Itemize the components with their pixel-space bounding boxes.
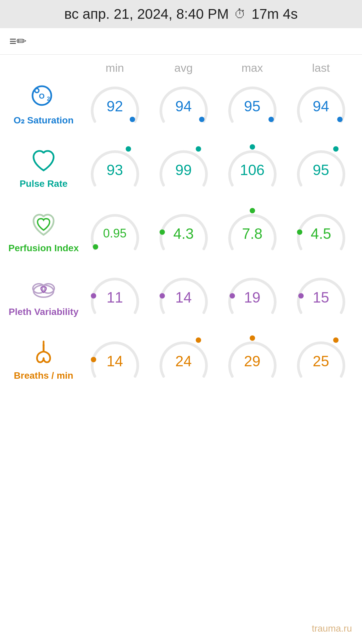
breaths-avg-gauge: 24 — [149, 333, 218, 386]
pulse-label: Pulse Rate — [7, 148, 80, 189]
o2-name: O₂ Saturation — [13, 115, 73, 126]
pulse-max-dot — [250, 144, 255, 150]
breaths-avg-value: 24 — [175, 353, 192, 370]
o2-last-value: 94 — [313, 98, 329, 115]
svg-point-3 — [35, 89, 39, 93]
svg-text:O: O — [39, 92, 45, 100]
header: вс апр. 21, 2024, 8:40 PM ⏱ 17m 4s — [0, 0, 362, 28]
perfusion-max-gauge: 7.8 — [218, 205, 287, 259]
breaths-last-value: 25 — [313, 353, 329, 370]
watermark: trauma.ru — [312, 623, 352, 634]
pulse-avg-dot — [196, 146, 201, 152]
header-datetime: вс апр. 21, 2024, 8:40 PM — [64, 6, 229, 22]
metric-row-pulse: Pulse Rate 93 99 — [3, 142, 359, 195]
pleth-name: Pleth Variability — [9, 307, 79, 317]
metric-row-pleth: Pleth Variability 11 14 — [3, 269, 359, 323]
pleth-label: Pleth Variability — [7, 274, 80, 317]
lungs-icon — [29, 338, 58, 368]
pulse-min-dot — [126, 146, 131, 152]
breaths-min-value: 14 — [107, 353, 123, 370]
breaths-max-value: 29 — [244, 353, 260, 370]
breaths-min-dot — [91, 357, 96, 362]
pulse-max-gauge: 106 — [218, 142, 287, 195]
edit-list-icon[interactable]: ≡✏ — [9, 34, 26, 48]
breaths-label: Breaths / min — [7, 338, 80, 381]
pleth-max-dot — [230, 293, 235, 299]
col-avg: avg — [149, 61, 218, 74]
o2-min-gauge: 92 — [80, 78, 149, 131]
pleth-avg-gauge: 14 — [149, 269, 218, 323]
pulse-last-dot — [333, 146, 339, 152]
perfusion-avg-value: 4.3 — [173, 225, 194, 242]
pulse-last-value: 95 — [313, 162, 329, 178]
pleth-min-dot — [91, 293, 96, 299]
o2-label: O 2 O₂ Saturation — [7, 84, 80, 126]
pleth-avg-dot — [160, 293, 165, 299]
pulse-min-value: 93 — [107, 162, 123, 178]
pulse-avg-value: 99 — [175, 162, 192, 178]
col-min: min — [80, 61, 149, 74]
o2-avg-dot — [199, 117, 204, 122]
perfusion-avg-dot — [160, 229, 165, 235]
o2-avg-value: 94 — [175, 98, 192, 115]
breaths-last-gauge: 25 — [287, 333, 355, 386]
metric-row-breaths: Breaths / min 14 24 — [3, 333, 359, 386]
pleth-avg-value: 14 — [175, 289, 192, 306]
breaths-last-dot — [333, 337, 339, 343]
perfusion-min-value: 0.95 — [103, 226, 126, 240]
perfusion-icon — [29, 211, 58, 240]
perfusion-max-dot — [250, 208, 255, 213]
pleth-icon — [29, 274, 58, 304]
perfusion-last-value: 4.5 — [311, 225, 331, 242]
pleth-min-gauge: 11 — [80, 269, 149, 323]
perfusion-max-value: 7.8 — [242, 225, 262, 242]
pulse-max-value: 106 — [240, 162, 264, 178]
pleth-max-gauge: 19 — [218, 269, 287, 323]
perfusion-min-gauge: 0.95 — [80, 205, 149, 259]
header-duration: 17m 4s — [251, 6, 298, 22]
col-last: last — [287, 61, 355, 74]
metric-row-perfusion: Perfusion Index 0.95 4.3 — [3, 205, 359, 259]
o2-max-value: 95 — [244, 98, 260, 115]
pulse-last-gauge: 95 — [287, 142, 355, 195]
pleth-last-gauge: 15 — [287, 269, 355, 323]
breaths-avg-dot — [196, 337, 201, 343]
breaths-max-dot — [250, 335, 255, 341]
pulse-name: Pulse Rate — [19, 178, 67, 189]
o2-max-dot — [268, 117, 274, 122]
pleth-max-value: 19 — [244, 289, 260, 306]
breaths-name: Breaths / min — [14, 370, 73, 381]
perfusion-last-dot — [297, 229, 302, 235]
breaths-min-gauge: 14 — [80, 333, 149, 386]
breaths-max-gauge: 29 — [218, 333, 287, 386]
clock-icon: ⏱ — [234, 7, 246, 21]
perfusion-avg-gauge: 4.3 — [149, 205, 218, 259]
pleth-last-dot — [298, 293, 304, 299]
toolbar: ≡✏ — [0, 28, 362, 55]
pleth-min-value: 11 — [107, 289, 123, 306]
o2-max-gauge: 95 — [218, 78, 287, 131]
svg-text:2: 2 — [47, 96, 50, 102]
perfusion-last-gauge: 4.5 — [287, 205, 355, 259]
perfusion-min-dot — [93, 244, 98, 250]
pulse-min-gauge: 93 — [80, 142, 149, 195]
col-max: max — [218, 61, 287, 74]
o2-avg-gauge: 94 — [149, 78, 218, 131]
o2-min-value: 92 — [107, 98, 123, 115]
perfusion-name: Perfusion Index — [8, 243, 79, 254]
main-content: min avg max last O 2 O₂ Saturation — [0, 55, 362, 403]
metric-row-o2: O 2 O₂ Saturation 92 94 — [3, 78, 359, 131]
heart-icon — [30, 148, 57, 176]
o2-last-dot — [337, 117, 343, 122]
pulse-avg-gauge: 99 — [149, 142, 218, 195]
o2-min-dot — [130, 117, 135, 122]
perfusion-label: Perfusion Index — [7, 211, 80, 254]
column-headers: min avg max last — [3, 61, 359, 74]
o2-last-gauge: 94 — [287, 78, 355, 131]
pleth-last-value: 15 — [313, 289, 329, 306]
o2-icon: O 2 — [30, 84, 57, 112]
